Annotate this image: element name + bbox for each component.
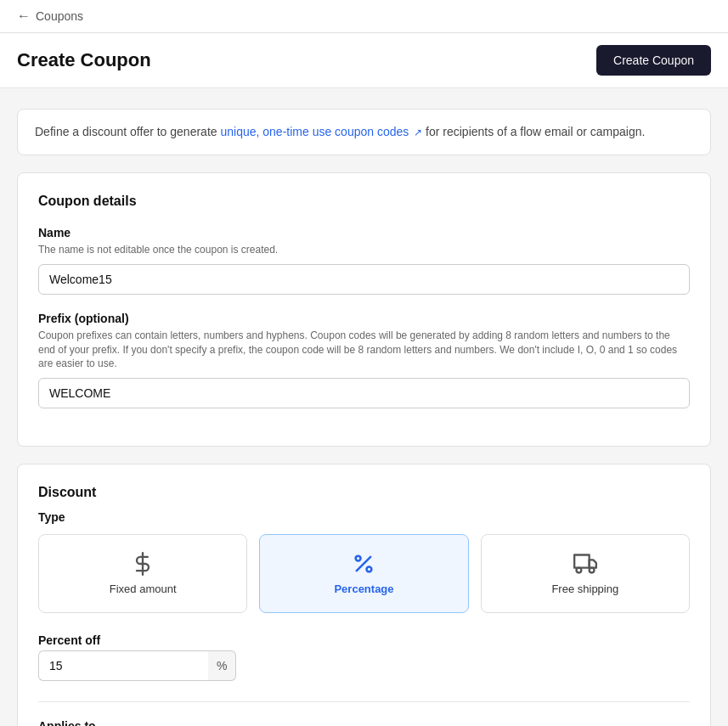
dollar-icon bbox=[131, 552, 155, 576]
page-content: Define a discount offer to generate uniq… bbox=[0, 88, 728, 726]
create-coupon-button[interactable]: Create Coupon bbox=[596, 45, 711, 76]
type-percentage-label: Percentage bbox=[334, 582, 393, 595]
svg-line-1 bbox=[357, 557, 370, 571]
type-free-shipping-label: Free shipping bbox=[551, 582, 618, 595]
coupon-details-card: Coupon details Name The name is not edit… bbox=[17, 172, 711, 447]
info-banner-suffix: for recipients of a flow email or campai… bbox=[426, 125, 645, 138]
prefix-label: Prefix (optional) bbox=[38, 312, 690, 325]
prefix-input[interactable] bbox=[38, 378, 690, 408]
page-title: Create Coupon bbox=[17, 49, 151, 71]
type-options-group: Fixed amount Percentage bbox=[38, 534, 690, 613]
svg-marker-5 bbox=[589, 560, 595, 568]
svg-rect-4 bbox=[574, 555, 590, 568]
applies-to-section: Applies to Entire order Specific product… bbox=[38, 719, 690, 726]
back-arrow-icon: ← bbox=[17, 8, 31, 24]
name-form-group: Name The name is not editable once the c… bbox=[38, 226, 690, 295]
percent-off-label: Percent off bbox=[38, 633, 690, 647]
svg-point-6 bbox=[576, 568, 581, 573]
name-hint: The name is not editable once the coupon… bbox=[38, 243, 690, 257]
type-option-fixed[interactable]: Fixed amount bbox=[38, 534, 247, 613]
info-banner-prefix: Define a discount offer to generate bbox=[35, 125, 217, 138]
type-option-free-shipping[interactable]: Free shipping bbox=[481, 534, 690, 613]
percent-suffix: % bbox=[208, 650, 236, 681]
type-option-percentage[interactable]: Percentage bbox=[259, 534, 468, 613]
svg-point-7 bbox=[589, 568, 594, 573]
divider bbox=[38, 701, 690, 702]
percent-off-group: Percent off % bbox=[38, 633, 690, 681]
page-header: Create Coupon Create Coupon bbox=[0, 33, 728, 88]
truck-icon bbox=[573, 552, 598, 576]
coupon-details-title: Coupon details bbox=[38, 194, 690, 209]
name-label: Name bbox=[38, 226, 690, 239]
discount-card: Discount Type Fixed amount bbox=[17, 464, 711, 726]
svg-point-3 bbox=[367, 567, 372, 572]
type-subsection-title: Type bbox=[38, 510, 690, 524]
svg-point-2 bbox=[356, 556, 361, 561]
top-nav: ← Coupons bbox=[0, 0, 728, 33]
discount-section-title: Discount bbox=[38, 485, 690, 500]
percent-input-wrapper: % bbox=[38, 650, 140, 681]
percent-off-input[interactable] bbox=[38, 650, 208, 681]
percent-icon bbox=[352, 552, 375, 576]
name-input[interactable] bbox=[38, 264, 690, 295]
prefix-hint: Coupon prefixes can contain letters, num… bbox=[38, 329, 690, 371]
back-link-label: Coupons bbox=[36, 9, 83, 23]
external-link-icon: ↗ bbox=[414, 127, 422, 138]
back-link[interactable]: ← Coupons bbox=[17, 8, 83, 24]
prefix-form-group: Prefix (optional) Coupon prefixes can co… bbox=[38, 312, 690, 408]
info-banner: Define a discount offer to generate uniq… bbox=[17, 109, 711, 155]
type-fixed-label: Fixed amount bbox=[110, 582, 177, 595]
applies-to-title: Applies to bbox=[38, 719, 690, 726]
info-banner-link[interactable]: unique, one-time use coupon codes ↗ bbox=[220, 125, 426, 138]
